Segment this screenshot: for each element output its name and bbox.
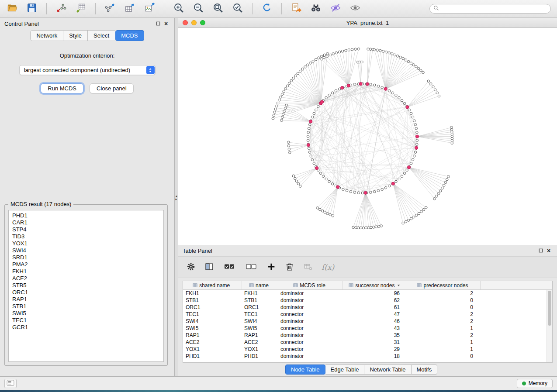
table-row[interactable]: FKH1FKH1dominator962 [183,290,552,297]
zoom-selected-button[interactable] [230,2,246,16]
table-cell[interactable]: STB1 [183,297,242,304]
select-all-columns-button[interactable] [223,262,236,273]
zoom-window-icon[interactable] [200,20,205,25]
deselect-all-columns-button[interactable] [245,262,258,273]
search-input[interactable] [442,5,547,12]
share-document-button[interactable] [288,2,304,16]
table-cell[interactable]: SWI4 [183,318,242,325]
table-cell[interactable]: dominator [278,353,343,360]
import-network-button[interactable] [53,2,69,16]
table-cell[interactable]: dominator [278,290,343,297]
close-panel-icon[interactable]: × [162,20,170,28]
mcds-result-item[interactable]: STP4 [9,226,163,233]
table-row[interactable]: PHD1PHD1dominator180 [183,353,552,360]
mcds-result-item[interactable]: STB1 [9,303,163,310]
tab-network-table[interactable]: Network Table [364,364,411,375]
hide-annotations-button[interactable] [328,2,343,16]
table-cell[interactable]: 2 [407,332,480,339]
table-cell[interactable]: 0 [407,304,480,311]
table-cell[interactable]: dominator [278,332,343,339]
column-header-mcds-role[interactable]: MCDS role [278,281,343,290]
find-button[interactable] [308,2,324,16]
criterion-select[interactable]: largest connected component (undirected) [19,65,156,75]
table-row[interactable]: TEC1TEC1connector472 [183,311,552,318]
splitter-arrows-icon[interactable]: ◀▶ [175,195,178,201]
mcds-result-item[interactable]: ACE2 [9,275,163,282]
close-table-panel-icon[interactable]: × [545,247,553,254]
table-cell[interactable]: PHD1 [242,353,278,360]
zoom-fit-button[interactable] [210,2,226,16]
run-mcds-button[interactable]: Run MCDS [41,83,83,93]
delete-table-button[interactable] [303,262,313,273]
minimize-window-icon[interactable] [191,20,197,25]
mcds-result-item[interactable]: TID3 [9,233,163,240]
mcds-result-item[interactable]: PHD1 [9,212,163,219]
table-row[interactable]: ORC1ORC1dominator610 [183,304,552,311]
tab-node-table[interactable]: Node Table [285,364,325,375]
open-file-button[interactable] [4,2,20,16]
tab-mcds[interactable]: MCDS [115,30,144,41]
table-row[interactable]: ACE2ACE2connector311 [183,339,552,346]
table-row[interactable]: SWI4SWI4dominator462 [183,318,552,325]
mcds-result-item[interactable]: ORC1 [9,289,163,296]
export-image-button[interactable] [142,2,157,16]
table-cell[interactable]: dominator [278,318,343,325]
table-cell[interactable]: connector [278,311,343,318]
table-cell[interactable]: YOX1 [242,346,278,353]
mcds-result-item[interactable]: CAR1 [9,219,163,226]
show-column-button[interactable] [204,262,214,273]
mcds-result-item[interactable]: GCR1 [9,324,163,331]
table-cell[interactable]: 47 [343,311,407,318]
save-session-button[interactable] [24,2,40,16]
tab-network[interactable]: Network [30,30,63,41]
table-cell[interactable]: 46 [343,318,407,325]
table-cell[interactable]: 2 [407,318,480,325]
memory-button[interactable]: Memory [517,379,553,388]
mcds-result-item[interactable]: STB5 [9,282,163,289]
table-cell[interactable]: SWI4 [242,318,278,325]
mcds-result-item[interactable]: RAP1 [9,296,163,303]
network-graph[interactable] [178,28,557,245]
table-cell[interactable]: 96 [343,290,407,297]
delete-row-button[interactable] [285,262,294,273]
column-header-name[interactable]: name [242,281,278,290]
table-cell[interactable]: dominator [278,304,343,311]
table-scrollbar[interactable] [547,290,552,362]
table-cell[interactable]: ORC1 [242,304,278,311]
table-cell[interactable]: 43 [343,325,407,332]
table-cell[interactable]: connector [278,325,343,332]
table-cell[interactable]: connector [278,346,343,353]
table-cell[interactable]: 62 [343,297,407,304]
table-cell[interactable]: ACE2 [183,339,242,346]
function-builder-button[interactable]: f(x) [322,263,334,272]
table-row[interactable]: SWI5SWI5connector431 [183,325,552,332]
table-cell[interactable]: RAP1 [183,332,242,339]
table-cell[interactable]: 29 [343,346,407,353]
float-panel-icon[interactable] [154,20,162,28]
column-header-predecessor-nodes[interactable]: predecessor nodes [407,281,480,290]
import-table-button[interactable] [73,2,89,16]
table-row[interactable]: STB1STB1dominator620 [183,297,552,304]
table-cell[interactable]: 1 [407,325,480,332]
table-cell[interactable]: FKH1 [183,290,242,297]
mcds-result-item[interactable]: SWI4 [9,247,163,254]
mcds-result-list[interactable]: PHD1CAR1STP4TID3YOX1SWI4SRD1PMA2FKH1ACE2… [8,210,164,362]
column-header-successor-nodes[interactable]: successor nodes [343,281,407,290]
zoom-in-button[interactable] [171,2,187,16]
close-window-icon[interactable] [183,20,188,25]
tab-style[interactable]: Style [63,30,88,41]
table-cell[interactable]: 61 [343,304,407,311]
table-cell[interactable]: 0 [407,353,480,360]
show-annotations-button[interactable] [347,2,363,16]
table-row[interactable]: YOX1YOX1connector291 [183,346,552,353]
table-cell[interactable]: TEC1 [183,311,242,318]
table-cell[interactable]: 2 [407,311,480,318]
mcds-result-item[interactable]: SRD1 [9,254,163,261]
table-cell[interactable]: SWI5 [242,325,278,332]
table-cell[interactable]: ORC1 [183,304,242,311]
table-cell[interactable]: 18 [343,353,407,360]
search-box[interactable] [429,4,551,14]
add-row-button[interactable] [266,262,276,273]
table-cell[interactable]: 0 [407,297,480,304]
float-table-panel-icon[interactable] [537,247,545,254]
